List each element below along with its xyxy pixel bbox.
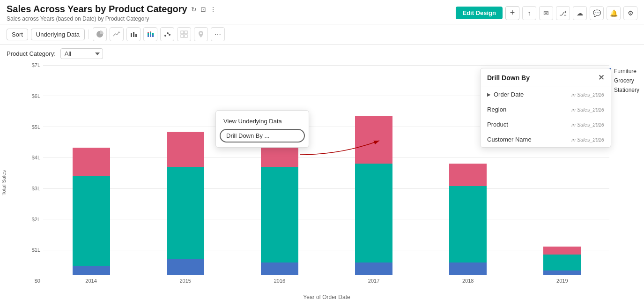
view-underlying-data-item[interactable]: View Underlying Data bbox=[216, 114, 309, 128]
bar-segment-stationery bbox=[355, 116, 392, 164]
bar-segment-furniture bbox=[73, 266, 110, 275]
more-icon[interactable]: ⋮ bbox=[210, 6, 216, 13]
product-category-select[interactable]: All Furniture Grocery Stationery bbox=[60, 48, 103, 59]
drill-panel-close-button[interactable]: ✕ bbox=[598, 73, 604, 82]
bar-stack bbox=[355, 116, 392, 275]
pivot-icon[interactable] bbox=[177, 27, 191, 41]
y-tick-label: $1L bbox=[25, 247, 40, 253]
bar-group[interactable]: 2019 bbox=[543, 247, 581, 284]
bar-segment-grocery bbox=[73, 176, 110, 265]
bar-stack bbox=[261, 128, 298, 275]
legend-item-label: Stationery bbox=[614, 87, 639, 93]
bar-group[interactable]: 2015 bbox=[167, 132, 204, 284]
drill-row-label: Order Date bbox=[494, 91, 524, 98]
bar-group[interactable]: 2014 bbox=[73, 148, 110, 284]
sort-button[interactable]: Sort bbox=[7, 29, 28, 40]
bar-segment-stationery bbox=[449, 164, 487, 186]
y-tick-label: $3L bbox=[25, 186, 40, 191]
legend-item-label: Grocery bbox=[614, 77, 634, 84]
bar-group[interactable]: 2016 bbox=[261, 128, 298, 284]
bar-segment-furniture bbox=[355, 262, 392, 275]
bar-segment-stationery bbox=[543, 247, 581, 255]
y-tick-label: $2L bbox=[25, 217, 40, 222]
y-tick-label: $4L bbox=[25, 155, 40, 160]
y-tick-label: $0 bbox=[25, 278, 40, 284]
add-button[interactable]: + bbox=[505, 6, 519, 20]
svg-rect-16 bbox=[181, 35, 184, 38]
drill-panel: Drill Down By ✕ ▶Order Datein Sales_2016… bbox=[480, 68, 611, 148]
y-axis-label: Total Sales bbox=[1, 170, 7, 195]
svg-rect-0 bbox=[131, 33, 132, 37]
edit-design-button[interactable]: Edit Design bbox=[456, 7, 503, 19]
settings-button[interactable]: ⚙ bbox=[623, 6, 637, 20]
comment-button[interactable]: 💬 bbox=[590, 6, 604, 20]
svg-rect-2 bbox=[135, 34, 137, 37]
drill-row-dataset: in Sales_2016 bbox=[571, 92, 604, 98]
svg-rect-6 bbox=[150, 34, 151, 37]
bar-year-label: 2014 bbox=[85, 278, 96, 284]
bar-chart-icon[interactable] bbox=[126, 27, 141, 41]
page-title: Sales Across Years by Product Category bbox=[7, 4, 187, 15]
drill-row-arrow-icon: ▶ bbox=[487, 92, 491, 97]
drill-down-by-item[interactable]: Drill Down By ... bbox=[220, 129, 305, 142]
svg-rect-15 bbox=[185, 31, 187, 34]
filter-label: Product Category: bbox=[7, 50, 56, 57]
pie-chart-icon[interactable] bbox=[93, 27, 107, 41]
svg-point-11 bbox=[164, 35, 166, 37]
drill-panel-row[interactable]: ▶Order Datein Sales_2016 bbox=[481, 87, 611, 102]
bar-group[interactable]: 2018 bbox=[449, 164, 487, 284]
bar-segment-furniture bbox=[167, 259, 204, 275]
y-tick-label: $6L bbox=[25, 93, 40, 99]
duplicate-icon[interactable]: ⊡ bbox=[200, 6, 206, 13]
bar-group[interactable]: 2017 bbox=[355, 116, 392, 284]
bar-segment-stationery bbox=[167, 132, 204, 167]
y-tick-label: $5L bbox=[25, 124, 40, 130]
bar-segment-stationery bbox=[73, 148, 110, 176]
bar-segment-grocery bbox=[261, 167, 298, 262]
bar-year-label: 2016 bbox=[274, 278, 285, 284]
drill-row-label: Region bbox=[487, 106, 506, 113]
bar-year-label: 2018 bbox=[462, 278, 474, 284]
upload-button[interactable]: ↑ bbox=[522, 6, 536, 20]
toolbar-separator bbox=[89, 30, 89, 39]
drill-row-dataset: in Sales_2016 bbox=[571, 107, 604, 112]
svg-rect-3 bbox=[148, 35, 149, 37]
drill-panel-row[interactable]: Regionin Sales_2016 bbox=[481, 102, 611, 117]
bar-segment-grocery bbox=[449, 186, 487, 262]
svg-rect-5 bbox=[148, 32, 149, 33]
map-icon[interactable] bbox=[194, 27, 208, 41]
svg-rect-9 bbox=[152, 35, 154, 37]
alert-button[interactable]: 🔔 bbox=[607, 6, 621, 20]
svg-rect-4 bbox=[148, 33, 149, 35]
underlying-data-button[interactable]: Underlying Data bbox=[31, 29, 85, 40]
x-axis-label: Year of Order Date bbox=[44, 294, 609, 300]
bar-stack bbox=[73, 148, 110, 275]
cloud-button[interactable]: ☁ bbox=[573, 6, 587, 20]
drill-panel-header: Drill Down By ✕ bbox=[481, 68, 611, 87]
email-button[interactable]: ✉ bbox=[539, 6, 553, 20]
filter-bar: Product Category: All Furniture Grocery … bbox=[0, 45, 644, 63]
scatter-icon[interactable] bbox=[160, 27, 174, 41]
svg-rect-10 bbox=[152, 33, 154, 35]
svg-point-12 bbox=[167, 32, 169, 34]
drill-row-label: Customer Name bbox=[487, 136, 532, 143]
drill-panel-row[interactable]: Customer Namein Sales_2016 bbox=[481, 132, 611, 147]
toolbar: Sort Underlying Data bbox=[0, 24, 644, 45]
y-tick-line bbox=[43, 65, 609, 66]
bar-segment-grocery bbox=[167, 167, 204, 259]
stacked-bar-icon[interactable] bbox=[143, 27, 157, 41]
svg-rect-1 bbox=[133, 32, 134, 37]
title-section: Sales Across Years by Product Category ↻… bbox=[7, 4, 216, 22]
drill-panel-row[interactable]: Productin Sales_2016 bbox=[481, 117, 611, 132]
refresh-icon[interactable]: ↻ bbox=[191, 6, 197, 13]
line-chart-icon[interactable] bbox=[110, 27, 124, 41]
bar-year-label: 2019 bbox=[556, 278, 568, 284]
drill-row-label: Product bbox=[487, 121, 508, 128]
legend-item-label: Furniture bbox=[614, 68, 637, 75]
bar-segment-grocery bbox=[355, 164, 392, 262]
svg-point-13 bbox=[169, 34, 170, 36]
drill-row-dataset: in Sales_2016 bbox=[571, 122, 604, 128]
share-button[interactable]: ⎇ bbox=[556, 6, 570, 20]
more-options-icon[interactable]: ⋯ bbox=[211, 27, 225, 41]
bar-segment-grocery bbox=[543, 255, 581, 270]
